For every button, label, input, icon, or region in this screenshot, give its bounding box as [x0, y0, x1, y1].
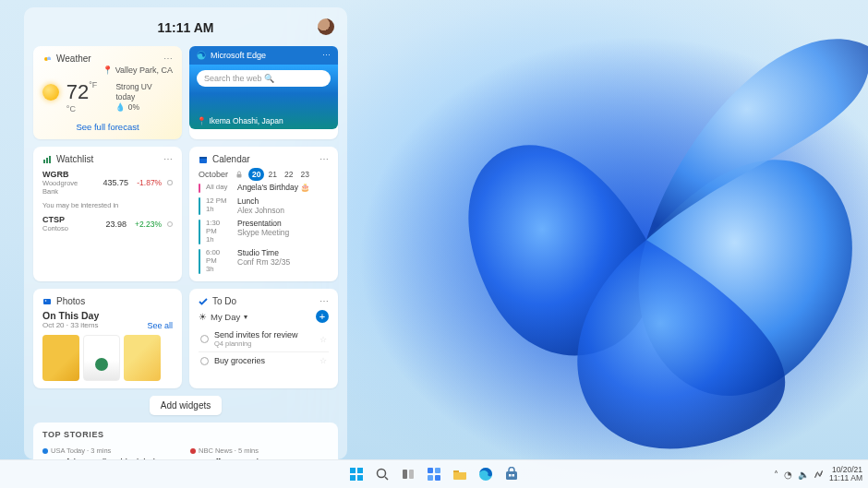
widgets-panel: 11:11 AM Weather ⋯ 📍 Valley Park, CA 72°… [24, 7, 347, 459]
volume-icon[interactable]: 🔈 [798, 470, 809, 480]
more-icon[interactable]: ⋯ [319, 154, 329, 164]
story-item[interactable]: NBC News · 5 mins Are coffee naps the an… [190, 446, 329, 459]
calendar-event[interactable]: All day Angela's Birthday 🎂 [199, 184, 329, 193]
photo-thumb[interactable] [124, 335, 161, 381]
chevron-down-icon[interactable]: ▾ [244, 313, 247, 321]
task-checkbox[interactable] [200, 335, 209, 343]
store-icon[interactable] [502, 465, 521, 483]
start-icon[interactable] [347, 465, 366, 483]
calendar-day[interactable]: 23 [296, 168, 312, 181]
todo-title: To Do [212, 296, 236, 306]
edge-widget[interactable]: Microsoft Edge ⋯ Search the web 🔍 📍 Ikem… [189, 46, 338, 139]
svg-rect-7 [237, 174, 242, 178]
system-tray[interactable]: ˄ ◔ 🔈 🗲 10/20/21 11:11 AM [774, 466, 862, 482]
more-icon[interactable]: ⋯ [319, 296, 329, 306]
photo-thumb[interactable] [42, 335, 79, 381]
edge-icon[interactable] [476, 465, 495, 483]
svg-rect-18 [428, 468, 433, 473]
svg-rect-22 [453, 470, 459, 472]
add-widgets-button[interactable]: Add widgets [150, 396, 222, 415]
forecast-link[interactable]: See full forecast [42, 122, 173, 132]
svg-rect-2 [43, 160, 45, 163]
search-icon[interactable] [373, 465, 392, 483]
svg-rect-11 [357, 468, 363, 473]
photos-heading: On This Day [42, 310, 173, 321]
see-all-link[interactable]: See all [147, 321, 173, 330]
svg-rect-17 [409, 470, 414, 479]
svg-rect-25 [509, 474, 512, 477]
svg-rect-8 [43, 299, 51, 304]
more-icon[interactable]: ⋯ [322, 51, 331, 60]
photos-icon [42, 297, 52, 306]
watchlist-row[interactable]: CTSPContoso 23.98 +2.23% [42, 215, 173, 232]
svg-point-9 [45, 300, 47, 302]
watchlist-widget[interactable]: Watchlist ⋯ WGRBWoodgrove Bank 435.75 -1… [33, 147, 182, 281]
svg-rect-24 [506, 471, 517, 480]
weather-temp: 72 [66, 80, 89, 103]
watchlist-title: Watchlist [56, 154, 93, 164]
todo-task[interactable]: Send invites for reviewQ4 planning☆ [199, 327, 329, 351]
calendar-day[interactable]: 21 [264, 168, 280, 181]
stories-heading: TOP STORIES [42, 430, 329, 439]
calendar-event[interactable]: 6:00 PM3h Studio Time Conf Rm 32/35 [199, 249, 329, 274]
svg-rect-21 [435, 475, 440, 481]
more-icon[interactable]: ⋯ [163, 154, 173, 164]
calendar-event[interactable]: 1:30 PM1h Presentation Skype Meeting [199, 220, 329, 244]
todo-icon [199, 297, 208, 306]
svg-rect-16 [403, 470, 407, 479]
svg-line-15 [385, 477, 388, 480]
widgets-clock: 11:11 AM [158, 20, 214, 35]
task-checkbox[interactable] [200, 357, 209, 365]
edge-title: Microsoft Edge [211, 51, 266, 60]
taskbar-center [347, 465, 521, 483]
calendar-date-picker[interactable]: October 20212223 [199, 170, 329, 179]
calendar-title: Calendar [212, 154, 250, 164]
todo-widget[interactable]: To Do ⋯ ☀ My Day ▾ + Send invites for re… [189, 289, 338, 388]
calendar-day[interactable]: 20 [248, 168, 264, 181]
svg-rect-12 [350, 475, 356, 481]
edge-icon [197, 51, 206, 60]
widgets-icon[interactable] [425, 465, 443, 483]
chevron-up-icon[interactable]: ˄ [774, 470, 778, 480]
weather-widget[interactable]: Weather ⋯ 📍 Valley Park, CA 72°F °C Stro… [33, 46, 182, 139]
calendar-icon [199, 155, 208, 164]
svg-rect-6 [199, 157, 207, 159]
calendar-widget[interactable]: Calendar ⋯ October 20212223 All day Ange… [189, 147, 338, 281]
more-icon[interactable]: ⋯ [163, 54, 173, 64]
svg-point-14 [378, 470, 386, 478]
taskview-icon[interactable] [399, 465, 417, 483]
photo-thumb[interactable] [83, 335, 120, 381]
lock-icon [235, 171, 243, 178]
svg-rect-20 [428, 475, 433, 481]
todo-subheading: My Day [211, 312, 240, 322]
star-icon[interactable]: ☆ [319, 335, 327, 344]
top-stories-widget[interactable]: TOP STORIES USA Today · 3 mins One of th… [33, 423, 338, 459]
todo-task[interactable]: Buy groceries☆ [199, 351, 329, 369]
edge-image: Search the web 🔍 📍 Ikema Ohashi, Japan [189, 65, 338, 129]
calendar-event[interactable]: 12 PM1h Lunch Alex Johnson [199, 197, 329, 216]
watchlist-note: You may be interested in [42, 201, 173, 209]
watchlist-icon [42, 155, 52, 164]
svg-rect-19 [435, 468, 440, 473]
edge-search[interactable]: Search the web 🔍 [197, 70, 331, 87]
svg-rect-10 [350, 468, 356, 473]
avatar[interactable] [318, 18, 334, 35]
edge-caption: 📍 Ikema Ohashi, Japan [197, 116, 283, 125]
battery-icon[interactable]: 🗲 [814, 470, 824, 480]
story-item[interactable]: USA Today · 3 mins One of the smallest b… [42, 446, 181, 459]
search-placeholder: Search the web [204, 74, 264, 83]
svg-rect-3 [46, 158, 48, 163]
photos-title: Photos [56, 296, 85, 306]
explorer-icon[interactable] [451, 465, 469, 483]
calendar-day[interactable]: 22 [281, 168, 296, 181]
add-task-button[interactable]: + [316, 310, 329, 323]
watchlist-row[interactable]: WGRBWoodgrove Bank 435.75 -1.87% [42, 170, 173, 196]
desktop: 11:11 AM Weather ⋯ 📍 Valley Park, CA 72°… [0, 0, 868, 488]
photos-widget[interactable]: Photos On This Day See all Oct 20 · 33 i… [33, 289, 182, 388]
weather-icon [42, 54, 52, 64]
wifi-icon[interactable]: ◔ [784, 470, 792, 480]
star-icon[interactable]: ☆ [319, 356, 327, 365]
svg-rect-26 [512, 474, 515, 477]
weather-meta: Strong UV today 💧 0% [115, 82, 173, 113]
taskbar-clock[interactable]: 10/20/21 11:11 AM [829, 466, 862, 482]
